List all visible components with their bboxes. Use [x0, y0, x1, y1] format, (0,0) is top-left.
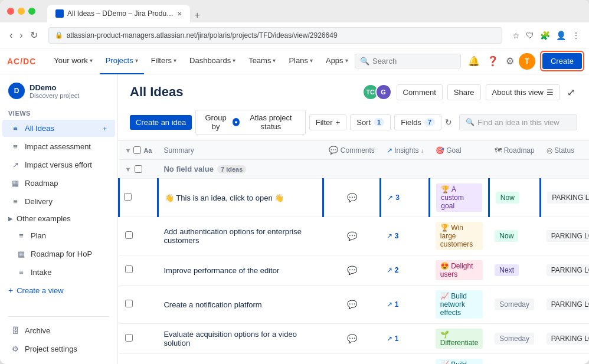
col-header-summary[interactable]: Summary — [158, 141, 323, 160]
idea-status-cell[interactable]: PARKING LOT ▾ — [541, 255, 589, 286]
sidebar-item-roadmap[interactable]: ▦ Roadmap — [2, 175, 115, 192]
projects-menu[interactable]: Projects ▾ — [100, 48, 144, 74]
maximize-traffic-light[interactable] — [28, 8, 35, 15]
table-row[interactable]: 👋 This is an idea, click to open 👋 💬 ↗3 … — [119, 179, 590, 217]
idea-insights-cell[interactable]: ↗ — [381, 354, 430, 365]
idea-summary-cell[interactable]: Evaluate acquisition options for a video… — [158, 324, 323, 354]
back-button[interactable]: ‹ — [7, 28, 15, 42]
search-input[interactable] — [372, 57, 455, 65]
idea-goal-cell[interactable]: 📈 Build network effects — [430, 354, 489, 365]
idea-roadmap-cell[interactable]: Now — [489, 179, 540, 217]
idea-goal-cell[interactable]: 📈 Build network effects — [430, 286, 489, 324]
col-header-comments[interactable]: 💬 Comments — [323, 141, 380, 160]
sidebar-item-archive[interactable]: 🗄 Archive — [2, 322, 115, 339]
idea-roadmap-cell[interactable]: Someday — [489, 324, 540, 354]
table-row[interactable]: Improve performance of the editor 💬 ↗2 😍… — [119, 255, 590, 286]
apps-menu[interactable]: Apps ▾ — [320, 48, 354, 74]
extension-icon[interactable]: 🧩 — [538, 29, 552, 42]
sidebar-item-roadmap-hop[interactable]: ▦ Roadmap for HoP — [2, 245, 115, 263]
minimize-traffic-light[interactable] — [18, 8, 25, 15]
idea-goal-cell[interactable]: 🏆 Win large customers — [430, 217, 489, 255]
idea-status-cell[interactable]: PARKING LOT ▾ — [541, 354, 589, 365]
address-bar[interactable]: 🔒 atlassian-product-managers.atlassian.n… — [48, 27, 502, 44]
idea-goal-cell[interactable]: 🏆 A custom goal — [430, 179, 489, 217]
idea-status-cell[interactable]: PARKING LOT ▾ — [541, 217, 589, 255]
sidebar-item-all-ideas[interactable]: ≡ All Ideas + — [2, 120, 115, 137]
idea-roadmap-cell[interactable]: Someday — [489, 286, 540, 324]
group-by-button[interactable]: Group by ● Atlas project status — [195, 110, 305, 135]
col-header-select-all[interactable]: ▼ Aa — [119, 141, 158, 160]
bookmark-icon[interactable]: ☆ — [511, 29, 522, 42]
idea-status-cell[interactable]: PARKING LOT ▾ — [541, 286, 589, 324]
idea-comments-cell[interactable]: 💬 — [323, 354, 380, 365]
new-tab-button[interactable]: + — [190, 8, 204, 22]
find-input[interactable]: 🔍 Find an idea in this view — [459, 114, 577, 130]
create-idea-button[interactable]: Create an idea — [130, 115, 192, 130]
table-row[interactable]: Add authentication options for enterpris… — [119, 217, 590, 255]
toolbar-search[interactable]: 🔍 — [355, 54, 461, 68]
idea-summary-cell[interactable]: Improve performance of the editor — [158, 255, 323, 286]
row-checkbox[interactable] — [124, 193, 132, 201]
expand-button[interactable]: ⤢ — [565, 84, 577, 100]
idea-insights-cell[interactable]: ↗3 — [381, 179, 430, 217]
idea-roadmap-cell[interactable]: Now — [489, 217, 540, 255]
menu-icon[interactable]: ⋮ — [570, 29, 582, 42]
row-checkbox[interactable] — [125, 334, 133, 342]
table-row[interactable]: Improve conversions 💬 ↗ 📈 Build network … — [119, 354, 590, 365]
idea-status-cell[interactable]: PARKING LOT ▾ — [541, 179, 589, 217]
teams-menu[interactable]: Teams ▾ — [243, 48, 282, 74]
select-all-checkbox[interactable] — [133, 146, 141, 154]
idea-insights-cell[interactable]: ↗1 — [381, 324, 430, 354]
idea-summary-cell[interactable]: Create a notification platform — [158, 286, 323, 324]
idea-summary-cell[interactable]: Add authentication options for enterpris… — [158, 217, 323, 255]
share-button[interactable]: Share — [447, 84, 481, 100]
active-tab[interactable]: All Ideas – DDemo – Jira Produ… ✕ — [47, 5, 190, 22]
idea-goal-cell[interactable]: 😍 Delight users — [430, 255, 489, 286]
idea-insights-cell[interactable]: ↗1 — [381, 286, 430, 324]
close-traffic-light[interactable] — [7, 8, 14, 15]
tab-close-button[interactable]: ✕ — [177, 11, 182, 17]
sidebar-item-project-settings[interactable]: ⚙ Project settings — [2, 340, 115, 358]
profile-icon[interactable]: 👤 — [554, 29, 568, 42]
table-row[interactable]: Evaluate acquisition options for a video… — [119, 324, 590, 354]
group-select-checkbox[interactable] — [135, 165, 142, 173]
comment-button[interactable]: Comment — [397, 84, 443, 100]
idea-roadmap-cell[interactable]: Next — [489, 354, 540, 365]
plans-menu[interactable]: Plans ▾ — [283, 48, 319, 74]
dashboards-menu[interactable]: Dashboards ▾ — [184, 48, 241, 74]
filters-menu[interactable]: Filters ▾ — [145, 48, 182, 74]
sidebar-item-intake[interactable]: ≡ Intake — [2, 264, 115, 281]
idea-summary-cell[interactable]: Improve conversions — [158, 354, 323, 365]
create-button[interactable]: Create — [542, 53, 582, 69]
notifications-icon[interactable]: 🔔 — [466, 53, 482, 70]
shield-icon[interactable]: 🛡 — [524, 29, 536, 42]
col-header-goal[interactable]: 🎯 Goal — [430, 141, 489, 160]
col-header-insights[interactable]: ↗ Insights ↓ — [381, 141, 430, 160]
your-work-menu[interactable]: Your work ▾ — [48, 48, 98, 74]
table-row[interactable]: Create a notification platform 💬 ↗1 📈 Bu… — [119, 286, 590, 324]
add-view-icon[interactable]: + — [103, 125, 107, 132]
about-view-button[interactable]: About this view ☰ — [486, 84, 560, 100]
filter-button[interactable]: Filter + — [309, 114, 346, 130]
fields-button[interactable]: Fields 7 — [394, 114, 441, 130]
idea-comments-cell[interactable]: 💬 — [323, 324, 380, 354]
idea-comments-cell[interactable]: 💬 — [323, 286, 380, 324]
idea-insights-cell[interactable]: ↗2 — [381, 255, 430, 286]
create-view-button[interactable]: + Create a view — [0, 281, 117, 299]
row-checkbox[interactable] — [125, 265, 133, 273]
sidebar-item-impact-assessment[interactable]: ≡ Impact assessment — [2, 138, 115, 155]
idea-comments-cell[interactable]: 💬 — [323, 179, 380, 217]
settings-icon[interactable]: ⚙ — [503, 53, 516, 70]
col-header-status[interactable]: ◎ Status — [541, 141, 589, 160]
idea-roadmap-cell[interactable]: Next — [489, 255, 540, 286]
idea-comments-cell[interactable]: 💬 — [323, 255, 380, 286]
refresh-icon[interactable]: ↻ — [445, 117, 452, 127]
group-collapse-icon[interactable]: ▼ — [125, 166, 132, 173]
help-icon[interactable]: ❓ — [485, 53, 501, 70]
other-examples-header[interactable]: ▶ Other examples — [0, 211, 117, 227]
sidebar-item-plan[interactable]: ≡ Plan — [2, 227, 115, 244]
idea-comments-cell[interactable]: 💬 — [323, 217, 380, 255]
reload-button[interactable]: ↻ — [28, 28, 40, 42]
forward-button[interactable]: › — [17, 28, 25, 42]
row-checkbox[interactable] — [125, 231, 133, 239]
